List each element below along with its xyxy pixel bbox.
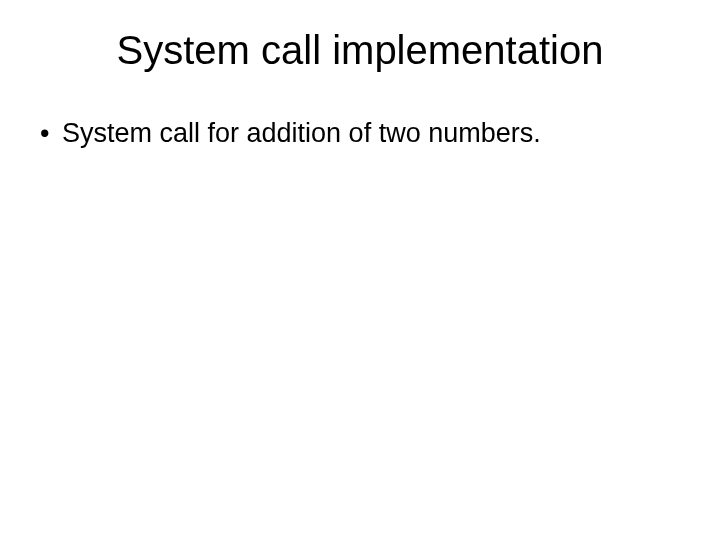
slide: System call implementation System call f…	[0, 0, 720, 540]
bullet-list: System call for addition of two numbers.	[36, 117, 684, 151]
slide-title: System call implementation	[36, 28, 684, 73]
bullet-item: System call for addition of two numbers.	[38, 117, 684, 151]
